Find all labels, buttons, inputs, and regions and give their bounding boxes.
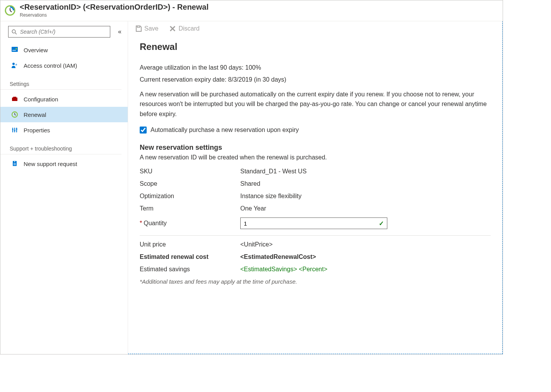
renewal-cost-value: <EstimatedRenewalCost> [240,253,316,260]
new-reservation-section-title: New reservation settings [140,144,491,152]
savings-label: Estimated savings [140,266,240,273]
new-reservation-subtext: A new reservation ID will be created whe… [140,154,491,161]
discard-label: Discard [178,25,199,32]
svg-rect-10 [12,98,17,101]
content-title: Renewal [140,41,491,52]
svg-rect-25 [137,26,140,27]
sku-label: SKU [140,168,240,175]
properties-icon [11,127,18,134]
scope-label: Scope [140,180,240,187]
svg-rect-5 [12,47,18,52]
sidebar-item-renewal[interactable]: Renewal [0,107,128,122]
quantity-input[interactable] [244,220,379,227]
renewal-icon [11,111,18,118]
sidebar-item-configuration[interactable]: Configuration [0,91,128,107]
term-value: One Year [240,205,266,212]
divider [140,235,491,236]
quantity-label: *Quantity [140,220,240,227]
avg-utilization: Average utilization in the last 90 days:… [140,63,491,73]
overview-icon [11,46,18,53]
sidebar-item-new-support[interactable]: New support request [0,156,128,171]
toolbar: Save Discard [128,21,502,36]
savings-value: <EstimatedSavings> <Percent> [240,266,327,273]
save-label: Save [144,25,158,32]
svg-point-8 [12,63,15,65]
svg-rect-11 [13,97,16,98]
svg-point-6 [15,48,17,50]
sidebar-item-label: New support request [24,161,77,167]
unit-price-value: <UnitPrice> [240,241,273,248]
optimization-label: Optimization [140,193,240,200]
svg-rect-24 [14,164,16,165]
main-panel: Save Discard Renewal Average utilization… [128,21,503,354]
svg-point-3 [12,29,15,33]
discard-button[interactable]: Discard [169,25,199,32]
sku-value: Standard_D1 - West US [240,168,306,175]
sidebar-item-overview[interactable]: Overview [0,42,128,58]
svg-point-22 [14,161,15,162]
expiry-date: Current reservation expiry date: 8/3/201… [140,75,491,85]
page-header: <ReservationID> (<ReservationOrderID>) -… [0,0,503,21]
reservation-icon [4,5,16,16]
svg-rect-18 [12,129,14,130]
sidebar-item-properties[interactable]: Properties [0,122,128,138]
quantity-field[interactable]: ✓ [240,217,387,229]
svg-rect-20 [16,128,17,130]
svg-rect-7 [12,50,16,51]
sidebar-item-label: Properties [24,127,50,134]
iam-icon [11,62,18,69]
term-label: Term [140,205,240,212]
page-title-header: <ReservationID> (<ReservationOrderID>) -… [20,3,209,12]
svg-rect-19 [14,130,15,131]
discard-icon [169,25,176,32]
configuration-icon [11,96,18,103]
sidebar-item-label: Access control (IAM) [24,62,77,69]
fine-print: *Additional taxes and fees may apply at … [140,278,491,285]
save-button[interactable]: Save [135,25,158,32]
sidebar-group-settings: Settings [0,73,121,90]
sidebar-search-box[interactable] [8,26,110,38]
sidebar-item-iam[interactable]: Access control (IAM) [0,58,128,73]
save-icon [135,25,142,32]
check-ok-icon: ✓ [379,220,384,227]
unit-price-label: Unit price [140,241,240,248]
svg-line-4 [15,33,17,34]
renewal-cost-label: Estimated renewal cost [140,253,240,260]
optimization-value: Instance size flexibility [240,193,301,200]
sidebar-item-label: Overview [24,47,48,53]
renewal-description: A new reservation will be purchased auto… [140,89,488,119]
sidebar-item-label: Configuration [24,96,58,103]
auto-purchase-checkbox[interactable] [140,127,147,134]
sidebar: « Overview Access control (IAM) Settings [0,21,128,354]
svg-line-2 [10,10,12,12]
support-icon [11,160,18,167]
sidebar-group-support: Support + troubleshooting [0,138,121,154]
scope-value: Shared [240,180,260,187]
auto-purchase-label: Automatically purchase a new reservation… [151,127,299,134]
search-icon [12,29,17,35]
svg-line-14 [15,115,16,115]
sidebar-item-label: Renewal [24,111,46,118]
breadcrumb: Reservations [20,12,209,18]
svg-point-9 [15,64,17,65]
collapse-sidebar-button[interactable]: « [116,27,123,36]
search-input[interactable] [20,29,107,35]
svg-rect-23 [14,163,16,164]
